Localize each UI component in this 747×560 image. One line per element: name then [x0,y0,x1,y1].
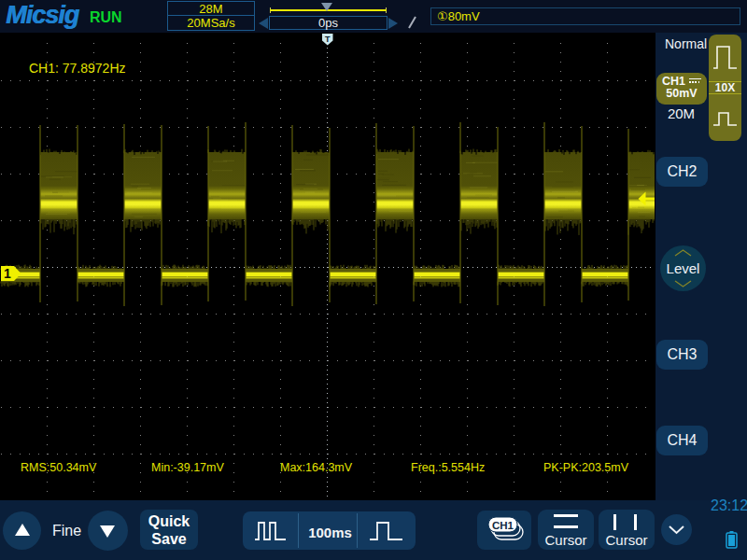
svg-text:PK-PK:203.5mV: PK-PK:203.5mV [543,461,629,474]
svg-text:Freq.:5.554Hz: Freq.:5.554Hz [411,461,485,474]
svg-text:Max:164.3mV: Max:164.3mV [280,461,353,474]
svg-text:RMS:50.34mV: RMS:50.34mV [21,461,97,474]
svg-text:Min:-39.17mV: Min:-39.17mV [151,461,224,474]
svg-text:T: T [325,35,331,44]
svg-text:Level: Level [667,260,700,276]
svg-text:CH1: CH1 [492,520,514,531]
svg-text:CH1: 77.8972Hz: CH1: 77.8972Hz [29,61,126,76]
svg-text:1: 1 [4,266,11,281]
